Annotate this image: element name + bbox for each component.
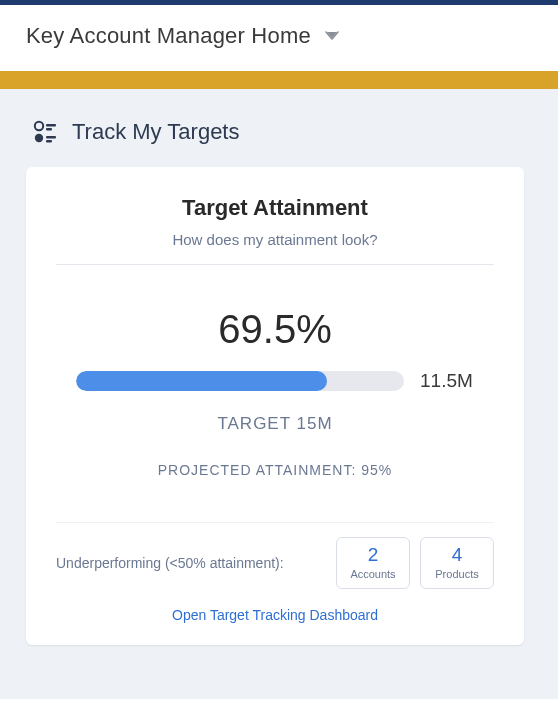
progress-bar bbox=[76, 371, 404, 391]
nav-bar: Key Account Manager Home bbox=[0, 5, 558, 71]
section-header: Track My Targets bbox=[32, 119, 532, 145]
target-label: TARGET 15M bbox=[56, 414, 494, 434]
products-count: 4 bbox=[421, 544, 493, 566]
content-area: Track My Targets Target Attainment How d… bbox=[0, 89, 558, 699]
svg-rect-5 bbox=[46, 140, 52, 142]
svg-point-0 bbox=[35, 122, 43, 130]
section-title: Track My Targets bbox=[72, 119, 239, 145]
svg-rect-2 bbox=[46, 124, 56, 126]
targets-icon bbox=[32, 119, 58, 145]
svg-point-1 bbox=[35, 134, 43, 142]
accent-strip bbox=[0, 71, 558, 89]
card-title: Target Attainment bbox=[56, 195, 494, 221]
underperforming-label: Underperforming (<50% attainment): bbox=[56, 555, 326, 571]
attainment-percent: 69.5% bbox=[56, 307, 494, 352]
open-dashboard-link[interactable]: Open Target Tracking Dashboard bbox=[56, 607, 494, 623]
nav-title[interactable]: Key Account Manager Home bbox=[26, 23, 311, 49]
divider bbox=[56, 264, 494, 265]
progress-row: 11.5M bbox=[76, 370, 474, 392]
svg-rect-3 bbox=[46, 128, 52, 130]
projected-label: PROJECTED ATTAINMENT: 95% bbox=[56, 462, 494, 478]
accounts-count: 2 bbox=[337, 544, 409, 566]
chevron-down-icon[interactable] bbox=[325, 31, 339, 41]
progress-fill bbox=[76, 371, 327, 391]
current-value: 11.5M bbox=[420, 370, 474, 392]
card-subtitle: How does my attainment look? bbox=[56, 231, 494, 248]
svg-rect-4 bbox=[46, 136, 56, 138]
underperforming-row: Underperforming (<50% attainment): 2 Acc… bbox=[56, 522, 494, 589]
accounts-label: Accounts bbox=[337, 568, 409, 580]
target-attainment-card: Target Attainment How does my attainment… bbox=[26, 167, 524, 645]
products-label: Products bbox=[421, 568, 493, 580]
accounts-stat-button[interactable]: 2 Accounts bbox=[336, 537, 410, 589]
products-stat-button[interactable]: 4 Products bbox=[420, 537, 494, 589]
